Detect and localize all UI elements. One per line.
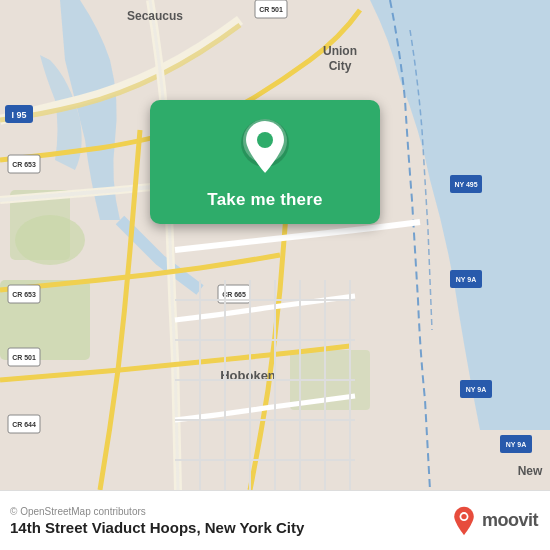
svg-text:CR 653: CR 653 <box>12 161 36 168</box>
svg-point-47 <box>257 132 273 148</box>
svg-point-49 <box>461 513 466 518</box>
svg-text:NY 9A: NY 9A <box>456 276 477 283</box>
bottom-text-block: © OpenStreetMap contributors 14th Street… <box>10 506 304 536</box>
svg-text:New: New <box>518 464 543 478</box>
moovit-logo[interactable]: moovit <box>450 505 538 537</box>
svg-text:NY 9A: NY 9A <box>466 386 487 393</box>
svg-text:CR 644: CR 644 <box>12 421 36 428</box>
location-pin-icon <box>235 118 295 178</box>
card-overlay: Take me there <box>150 100 380 224</box>
osm-attribution: © OpenStreetMap contributors <box>10 506 304 517</box>
moovit-text-label: moovit <box>482 510 538 531</box>
bottom-bar: © OpenStreetMap contributors 14th Street… <box>0 490 550 550</box>
svg-text:NY 495: NY 495 <box>454 181 477 188</box>
svg-text:City: City <box>329 59 352 73</box>
svg-text:CR 501: CR 501 <box>259 6 283 13</box>
moovit-pin-icon <box>450 505 478 537</box>
location-name: 14th Street Viaduct Hoops, New York City <box>10 519 304 536</box>
map-container: I 95 CR 653 CR 653 CR 665 CR 501 CR 501 … <box>0 0 550 490</box>
map-background: I 95 CR 653 CR 653 CR 665 CR 501 CR 501 … <box>0 0 550 490</box>
svg-text:Secaucus: Secaucus <box>127 9 183 23</box>
svg-text:CR 653: CR 653 <box>12 291 36 298</box>
take-me-there-button[interactable]: Take me there <box>207 190 322 210</box>
svg-text:Union: Union <box>323 44 357 58</box>
svg-point-4 <box>15 215 85 265</box>
svg-text:CR 501: CR 501 <box>12 354 36 361</box>
svg-text:I 95: I 95 <box>11 110 26 120</box>
svg-text:NY 9A: NY 9A <box>506 441 527 448</box>
